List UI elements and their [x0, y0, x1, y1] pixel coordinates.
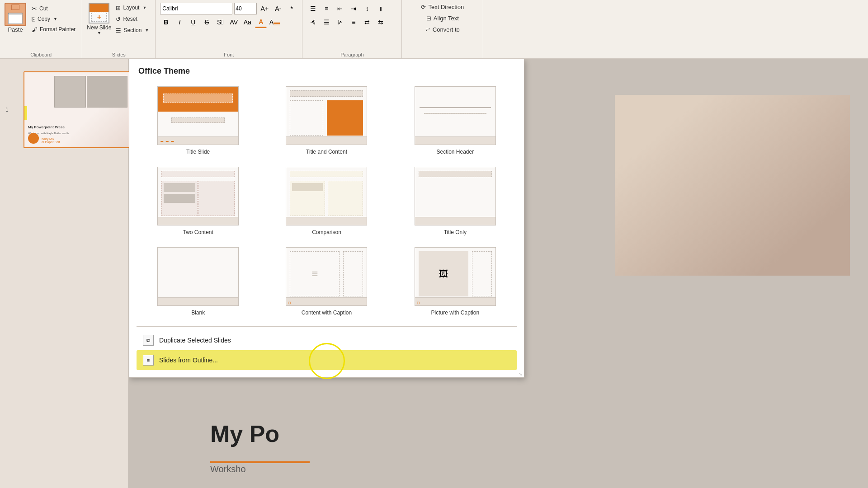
- slide-thumb[interactable]: My Powerpoint Prese Workshop with Kayla …: [24, 71, 132, 148]
- font-group: A+ A- * B I U S S⃣ AV Aa A A▬ Font: [156, 0, 302, 58]
- layout-item-picture-caption[interactable]: Picture with Caption: [394, 244, 517, 319]
- format-painter-button[interactable]: 🖌 Format Painter: [30, 25, 77, 34]
- layout-button[interactable]: ⊞ Layout ▼: [114, 4, 151, 12]
- clear-format-button[interactable]: *: [286, 3, 297, 14]
- font-size-input[interactable]: [234, 3, 257, 14]
- indent-more-button[interactable]: ⇥: [348, 3, 359, 14]
- underline-button[interactable]: U: [187, 16, 199, 28]
- paragraph-group: ☰ ≡ ⇤ ⇥ ↕ ⫿ ⫷ ☰ ⫸ ≡ ⇄ ⇆ Paragraph: [302, 0, 402, 58]
- bold-button[interactable]: B: [160, 16, 172, 28]
- new-slide-button[interactable]: + New Slide ▼: [87, 3, 111, 35]
- layout-name-title-slide: Title Slide: [186, 149, 210, 155]
- resize-handle[interactable]: ⤡: [519, 371, 522, 376]
- dropdown-divider1: [137, 326, 517, 327]
- slide-title-text: My Po: [210, 420, 279, 447]
- paragraph-label: Paragraph: [302, 52, 401, 57]
- clipboard-label: Clipboard: [0, 52, 82, 57]
- layout-name-two-content: Two Content: [183, 229, 213, 235]
- img-bg: [615, 95, 850, 276]
- highlight-color-button[interactable]: A▬: [269, 16, 280, 28]
- layout-thumb-blank: [157, 247, 239, 306]
- text-direction-button[interactable]: ⟳ Text Direction: [419, 3, 466, 11]
- section-icon: ☰: [116, 27, 121, 34]
- layout-item-comparison[interactable]: Comparison: [265, 164, 388, 239]
- ribbon: Paste ✂ Cut ⎘ Copy ▼ 🖌 Format Painter Cl…: [0, 0, 868, 59]
- duplicate-slides-action[interactable]: ⧉ Duplicate Selected Slides: [137, 330, 517, 350]
- slides-group: + New Slide ▼ ⊞ Layout ▼ ↺ Reset: [82, 0, 156, 58]
- thumb-img1: [54, 76, 86, 108]
- dropdown-title: Office Theme: [137, 66, 517, 76]
- font-color-button[interactable]: A: [255, 16, 267, 28]
- convert-to-button[interactable]: ⇌ Convert to: [424, 25, 462, 34]
- format-painter-icon: 🖌: [32, 26, 38, 33]
- columns-button[interactable]: ⫿: [375, 3, 387, 14]
- layout-thumb-picture-caption: [415, 247, 496, 306]
- slide-thumbnail-container: 1 My Powerpoint Prese Workshop with Kayl…: [14, 71, 125, 148]
- layout-name-blank: Blank: [191, 310, 205, 316]
- bullets-button[interactable]: ☰: [307, 3, 319, 14]
- yellow-marker: [24, 106, 27, 120]
- align-right-button[interactable]: ⫸: [334, 16, 346, 28]
- copy-button[interactable]: ⎘ Copy ▼: [30, 15, 77, 23]
- layout-item-content-caption[interactable]: Content with Caption: [265, 244, 388, 319]
- layout-arrow[interactable]: ▼: [142, 5, 146, 10]
- thumb-img2: [87, 76, 127, 108]
- layout-item-two-content[interactable]: Two Content: [137, 164, 259, 239]
- thumb-brand: Ivory Mixat Paper Edit: [42, 137, 60, 144]
- justify-button[interactable]: ≡: [348, 16, 359, 28]
- reset-button[interactable]: ↺ Reset: [114, 15, 151, 23]
- text-dir-group: ⟳ Text Direction ⊟ Align Text ⇌ Convert …: [402, 0, 483, 58]
- duplicate-label: Duplicate Selected Slides: [159, 337, 231, 344]
- indent-less-button[interactable]: ⇤: [334, 3, 346, 14]
- font-name-input[interactable]: [160, 3, 232, 14]
- align-left-button[interactable]: ⫷: [307, 16, 319, 28]
- layout-item-title-only[interactable]: Title Only: [394, 164, 517, 239]
- slide-actions: ⊞ Layout ▼ ↺ Reset ☰ Section ▼: [114, 4, 151, 35]
- align-text-button[interactable]: ⊟ Align Text: [425, 14, 461, 23]
- line-spacing-button[interactable]: ↕: [361, 3, 373, 14]
- strikethrough-button[interactable]: S: [201, 16, 212, 28]
- increase-font-button[interactable]: A+: [259, 3, 270, 14]
- layout-name-picture-caption: Picture with Caption: [431, 310, 479, 316]
- layout-thumb-title-slide: [157, 86, 239, 145]
- ltr-button[interactable]: ⇆: [375, 16, 387, 28]
- slides-from-outline-action[interactable]: ≡ Slides from Outline...: [137, 350, 517, 370]
- main-area: 1 My Powerpoint Prese Workshop with Kayl…: [0, 59, 868, 488]
- slides-label: Slides: [82, 52, 155, 57]
- cut-icon: ✂: [32, 5, 37, 12]
- slide-sub-text: Worksho: [210, 464, 246, 474]
- decrease-font-button[interactable]: A-: [272, 3, 284, 14]
- change-case-button[interactable]: Aa: [241, 16, 253, 28]
- outline-label: Slides from Outline...: [159, 357, 218, 364]
- copy-dropdown-arrow[interactable]: ▼: [53, 17, 57, 21]
- numbered-list-button[interactable]: ≡: [321, 3, 332, 14]
- layout-name-section-header: Section Header: [436, 149, 474, 155]
- copy-icon: ⎘: [32, 16, 35, 23]
- rtl-button[interactable]: ⇄: [361, 16, 373, 28]
- layout-item-blank[interactable]: Blank: [137, 244, 259, 319]
- align-text-icon: ⊟: [426, 15, 431, 22]
- paste-label: Paste: [8, 26, 23, 33]
- layout-thumb-content-caption: [286, 247, 367, 306]
- layout-name-content-caption: Content with Caption: [302, 310, 352, 316]
- layout-item-section-header[interactable]: Section Header: [394, 83, 517, 158]
- align-center-button[interactable]: ☰: [321, 16, 332, 28]
- new-slide-dropdown[interactable]: ▼: [97, 31, 101, 35]
- main-slide-area: My Po Worksho Office Theme Title Slide: [129, 59, 868, 488]
- section-arrow[interactable]: ▼: [145, 28, 149, 33]
- layout-grid: Title Slide Title and Content: [137, 83, 517, 319]
- layout-thumb-title-only: [415, 167, 496, 225]
- italic-button[interactable]: I: [174, 16, 185, 28]
- shadow-button[interactable]: S⃣: [214, 16, 226, 28]
- paste-button[interactable]: Paste: [5, 3, 26, 33]
- cut-button[interactable]: ✂ Cut: [30, 4, 77, 13]
- layout-item-title-content[interactable]: Title and Content: [265, 83, 388, 158]
- layout-dropdown: Office Theme Title Slide: [129, 59, 524, 378]
- layout-icon: ⊞: [116, 5, 121, 11]
- layout-thumb-title-content: [286, 86, 367, 145]
- char-spacing-button[interactable]: AV: [228, 16, 240, 28]
- text-dir-icon: ⟳: [421, 4, 426, 10]
- layout-item-title-slide[interactable]: Title Slide: [137, 83, 259, 158]
- clipboard-group: Paste ✂ Cut ⎘ Copy ▼ 🖌 Format Painter Cl…: [0, 0, 82, 58]
- section-button[interactable]: ☰ Section ▼: [114, 26, 151, 35]
